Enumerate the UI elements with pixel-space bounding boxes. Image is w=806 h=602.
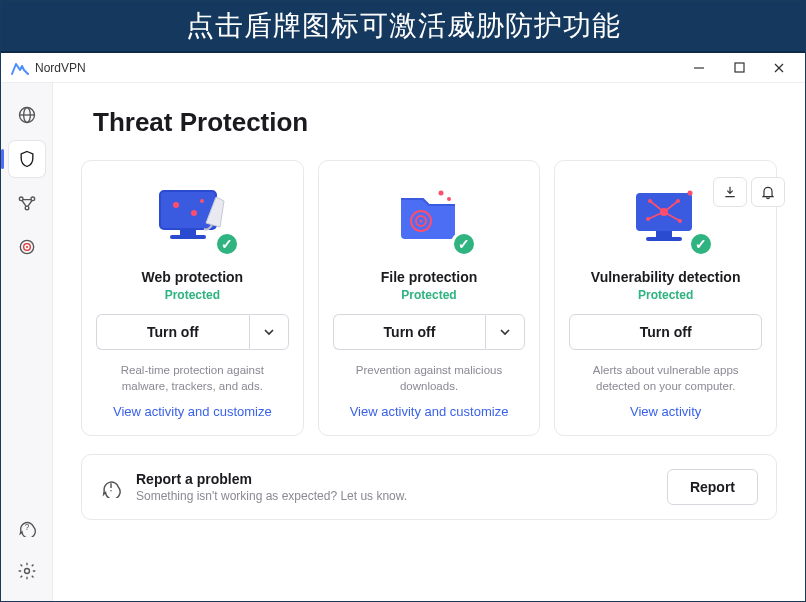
- card-title: Vulnerability detection: [591, 269, 741, 285]
- svg-point-21: [200, 199, 204, 203]
- protection-cards: ✓ Web protection Protected Turn off Real…: [81, 160, 777, 436]
- web-protection-illustration: ✓: [146, 179, 238, 255]
- window-minimize-button[interactable]: [679, 54, 719, 82]
- sidebar-item-help[interactable]: ?: [9, 509, 45, 545]
- turn-off-dropdown[interactable]: [249, 314, 289, 350]
- card-description: Alerts about vulnerable apps detected on…: [569, 362, 762, 394]
- vulnerability-detection-illustration: ✓: [620, 179, 712, 255]
- card-web-protection: ✓ Web protection Protected Turn off Real…: [81, 160, 304, 436]
- sidebar-item-globe[interactable]: [9, 97, 45, 133]
- view-activity-link[interactable]: View activity and customize: [113, 404, 272, 419]
- svg-point-25: [439, 191, 444, 196]
- svg-point-12: [26, 246, 28, 248]
- chat-icon: [100, 476, 122, 498]
- report-subtitle: Something isn't working as expected? Let…: [136, 489, 407, 503]
- sidebar-item-threat-protection[interactable]: [9, 141, 45, 177]
- svg-rect-1: [735, 63, 744, 72]
- notifications-button[interactable]: [751, 177, 785, 207]
- svg-point-39: [687, 191, 692, 196]
- svg-point-26: [447, 197, 451, 201]
- app-name: NordVPN: [35, 61, 86, 75]
- instruction-banner: 点击盾牌图标可激活威胁防护功能: [1, 1, 805, 53]
- card-title: Web protection: [142, 269, 244, 285]
- main-content: Threat Protection: [53, 83, 805, 601]
- card-file-protection: ✓ File protection Protected Turn off Pre…: [318, 160, 541, 436]
- sidebar-item-settings[interactable]: [9, 553, 45, 589]
- window-titlebar: NordVPN: [1, 53, 805, 83]
- chevron-down-icon: [499, 326, 511, 338]
- chevron-down-icon: [263, 326, 275, 338]
- card-description: Real-time protection against malware, tr…: [96, 362, 289, 394]
- instruction-banner-text: 点击盾牌图标可激活威胁防护功能: [186, 7, 621, 45]
- card-status: Protected: [401, 288, 456, 302]
- app-logo-icon: [11, 61, 29, 75]
- svg-rect-17: [180, 229, 196, 235]
- card-title: File protection: [381, 269, 477, 285]
- turn-off-button[interactable]: Turn off: [96, 314, 249, 350]
- svg-point-19: [173, 202, 179, 208]
- svg-point-9: [25, 206, 29, 210]
- svg-point-20: [191, 210, 197, 216]
- svg-point-7: [19, 197, 23, 201]
- turn-off-button[interactable]: Turn off: [569, 314, 762, 350]
- report-button[interactable]: Report: [667, 469, 758, 505]
- report-problem-row: Report a problem Something isn't working…: [81, 454, 777, 520]
- window-maximize-button[interactable]: [719, 54, 759, 82]
- svg-rect-28: [656, 231, 672, 237]
- svg-text:?: ?: [24, 522, 29, 532]
- card-description: Prevention against malicious downloads.: [333, 362, 526, 394]
- turn-off-dropdown[interactable]: [485, 314, 525, 350]
- page-title: Threat Protection: [93, 107, 777, 138]
- svg-point-8: [31, 197, 35, 201]
- svg-point-35: [648, 199, 652, 203]
- svg-point-37: [646, 217, 650, 221]
- download-button[interactable]: [713, 177, 747, 207]
- check-icon: ✓: [451, 231, 477, 257]
- view-activity-link[interactable]: View activity: [630, 404, 701, 419]
- window-close-button[interactable]: [759, 54, 799, 82]
- svg-point-24: [420, 220, 423, 223]
- report-title: Report a problem: [136, 471, 407, 487]
- svg-rect-29: [646, 237, 682, 241]
- sidebar-item-target[interactable]: [9, 229, 45, 265]
- sidebar-item-meshnet[interactable]: [9, 185, 45, 221]
- svg-point-36: [676, 199, 680, 203]
- card-status: Protected: [165, 288, 220, 302]
- turn-off-button[interactable]: Turn off: [333, 314, 486, 350]
- svg-point-38: [678, 219, 682, 223]
- view-activity-link[interactable]: View activity and customize: [350, 404, 509, 419]
- sidebar: ?: [1, 83, 53, 601]
- file-protection-illustration: ✓: [383, 179, 475, 255]
- check-icon: ✓: [688, 231, 714, 257]
- svg-point-14: [24, 569, 29, 574]
- svg-rect-18: [170, 235, 206, 239]
- svg-point-41: [110, 490, 111, 491]
- card-status: Protected: [638, 288, 693, 302]
